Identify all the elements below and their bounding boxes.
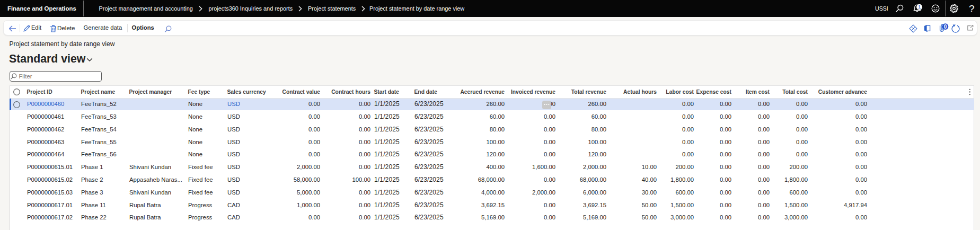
svg-text:1: 1: [918, 4, 921, 10]
svg-text:0: 0: [944, 23, 947, 29]
